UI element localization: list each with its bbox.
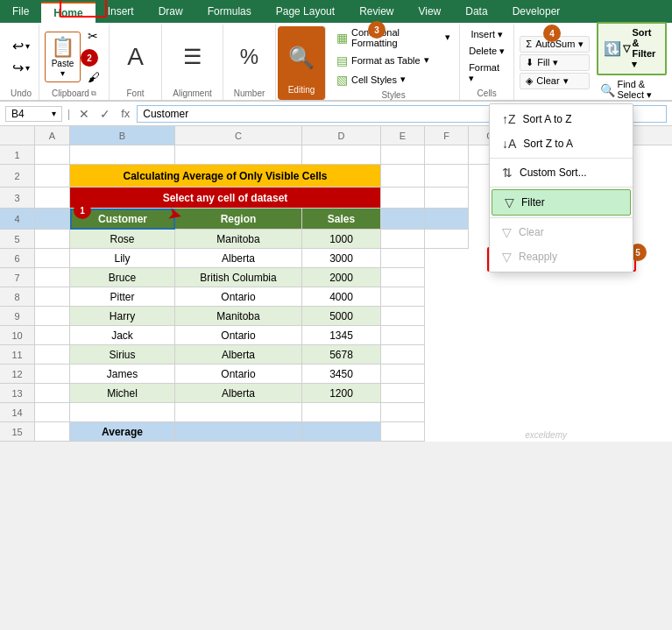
- cell-d7[interactable]: 2000: [302, 268, 381, 287]
- cell-f4[interactable]: [425, 209, 469, 230]
- cell-c8[interactable]: Ontario: [175, 287, 302, 307]
- cell-d4-sales[interactable]: Sales: [302, 209, 381, 230]
- col-header-e[interactable]: E: [381, 126, 425, 145]
- cell-a3[interactable]: [35, 188, 70, 209]
- cell-c11[interactable]: Alberta: [175, 345, 302, 365]
- insert-function-button[interactable]: fx: [117, 107, 133, 120]
- format-cells-button[interactable]: Format ▾: [465, 60, 508, 86]
- cell-e4[interactable]: [381, 209, 425, 230]
- cell-d1[interactable]: [302, 145, 381, 165]
- row-header-8[interactable]: 8: [0, 287, 35, 307]
- cell-c4-region[interactable]: Region: [175, 209, 302, 230]
- cell-a8[interactable]: [35, 287, 70, 307]
- row-header-3[interactable]: 3: [0, 188, 35, 209]
- undo-button[interactable]: ↩ ▾: [9, 36, 33, 56]
- cell-f3[interactable]: [425, 188, 469, 209]
- sort-z-a-item[interactable]: ↓A Sort Z to A: [490, 131, 633, 156]
- row-header-14[interactable]: 14: [0, 403, 35, 422]
- cell-a7[interactable]: [35, 268, 70, 287]
- cell-d15[interactable]: [302, 422, 381, 442]
- cell-b1[interactable]: [70, 145, 175, 165]
- insert-cells-button[interactable]: Insert ▾: [467, 27, 506, 42]
- cell-c15[interactable]: [175, 422, 302, 442]
- cell-a13[interactable]: [35, 384, 70, 403]
- cell-b10[interactable]: Jack: [70, 326, 175, 345]
- cell-d12[interactable]: 3450: [302, 365, 381, 384]
- custom-sort-item[interactable]: ⇅ Custom Sort...: [490, 160, 633, 185]
- cell-b2-title[interactable]: Calculating Average of Only Visible Cell…: [70, 165, 381, 188]
- paste-button[interactable]: 📋 Paste ▾: [45, 32, 81, 82]
- cell-f5[interactable]: [425, 230, 469, 249]
- cell-e12[interactable]: [381, 365, 425, 384]
- cell-b15-average[interactable]: Average: [70, 422, 175, 442]
- row-header-7[interactable]: 7: [0, 268, 35, 287]
- cell-e6[interactable]: [381, 249, 425, 268]
- tab-page-layout[interactable]: Page Layout: [264, 2, 347, 23]
- tab-formulas[interactable]: Formulas: [195, 2, 264, 23]
- col-header-b[interactable]: B: [70, 126, 175, 145]
- cell-e9[interactable]: [381, 307, 425, 326]
- cell-reference-box[interactable]: B4 ▾: [5, 106, 62, 122]
- cell-e14[interactable]: [381, 403, 425, 422]
- cell-d13[interactable]: 1200: [302, 384, 381, 403]
- row-header-6[interactable]: 6: [0, 249, 35, 268]
- sort-filter-button[interactable]: 🔃 ▽ Sort &Filter ▾: [597, 22, 667, 75]
- cell-c6[interactable]: Alberta: [175, 249, 302, 268]
- cell-d14[interactable]: [302, 403, 381, 422]
- cell-d11[interactable]: 5678: [302, 345, 381, 365]
- cell-a9[interactable]: [35, 307, 70, 326]
- cell-e5[interactable]: [381, 230, 425, 249]
- cell-d8[interactable]: 4000: [302, 287, 381, 307]
- cell-d6[interactable]: 3000: [302, 249, 381, 268]
- col-header-c[interactable]: C: [175, 126, 302, 145]
- cell-c5[interactable]: Manitoba: [175, 230, 302, 249]
- cell-b14[interactable]: [70, 403, 175, 422]
- sort-a-z-item[interactable]: ↑Z Sort A to Z: [490, 107, 633, 131]
- cell-d9[interactable]: 5000: [302, 307, 381, 326]
- col-header-d[interactable]: D: [302, 126, 381, 145]
- row-header-2[interactable]: 2: [0, 165, 35, 188]
- tab-draw[interactable]: Draw: [146, 2, 195, 23]
- cell-a1[interactable]: [35, 145, 70, 165]
- cell-b8[interactable]: Pitter: [70, 287, 175, 307]
- tab-insert[interactable]: Insert: [95, 2, 146, 23]
- cell-e15[interactable]: [381, 422, 425, 442]
- cell-a14[interactable]: [35, 403, 70, 422]
- cell-e7[interactable]: [381, 268, 425, 287]
- fill-button[interactable]: ⬇ Fill ▾: [520, 54, 590, 71]
- cell-c12[interactable]: Ontario: [175, 365, 302, 384]
- cell-a5[interactable]: [35, 230, 70, 249]
- row-header-9[interactable]: 9: [0, 307, 35, 326]
- cell-b3-instruction[interactable]: Select any cell of dataset: [70, 188, 381, 209]
- cell-e13[interactable]: [381, 384, 425, 403]
- tab-view[interactable]: View: [406, 2, 453, 23]
- cell-a10[interactable]: [35, 326, 70, 345]
- cell-styles-button[interactable]: ▧ Cell Styles ▾: [333, 71, 454, 88]
- find-select-button[interactable]: 🔍 Find &Select ▾: [597, 77, 667, 103]
- filter-item[interactable]: ▽ Filter: [492, 189, 631, 216]
- cell-c10[interactable]: Ontario: [175, 326, 302, 345]
- row-header-12[interactable]: 12: [0, 365, 35, 384]
- cell-b11[interactable]: Sirius: [70, 345, 175, 365]
- tab-data[interactable]: Data: [453, 2, 499, 23]
- redo-button[interactable]: ↪ ▾: [9, 58, 33, 78]
- cell-a11[interactable]: [35, 345, 70, 365]
- delete-cells-button[interactable]: Delete ▾: [465, 44, 508, 59]
- cell-f2[interactable]: [425, 165, 469, 188]
- col-header-a[interactable]: A: [35, 126, 70, 145]
- cell-c14[interactable]: [175, 403, 302, 422]
- cell-b6[interactable]: Lily: [70, 249, 175, 268]
- cell-e10[interactable]: [381, 326, 425, 345]
- cut-button[interactable]: ✂: [84, 27, 103, 45]
- cell-b7[interactable]: Bruce: [70, 268, 175, 287]
- row-header-10[interactable]: 10: [0, 326, 35, 345]
- tab-review[interactable]: Review: [347, 2, 406, 23]
- cell-b13[interactable]: Michel: [70, 384, 175, 403]
- tab-developer[interactable]: Developer: [500, 2, 573, 23]
- cell-a2[interactable]: [35, 165, 70, 188]
- col-header-f[interactable]: F: [425, 126, 469, 145]
- row-header-1[interactable]: 1: [0, 145, 35, 165]
- cell-d5[interactable]: 1000: [302, 230, 381, 249]
- cell-d10[interactable]: 1345: [302, 326, 381, 345]
- cell-e1[interactable]: [381, 145, 425, 165]
